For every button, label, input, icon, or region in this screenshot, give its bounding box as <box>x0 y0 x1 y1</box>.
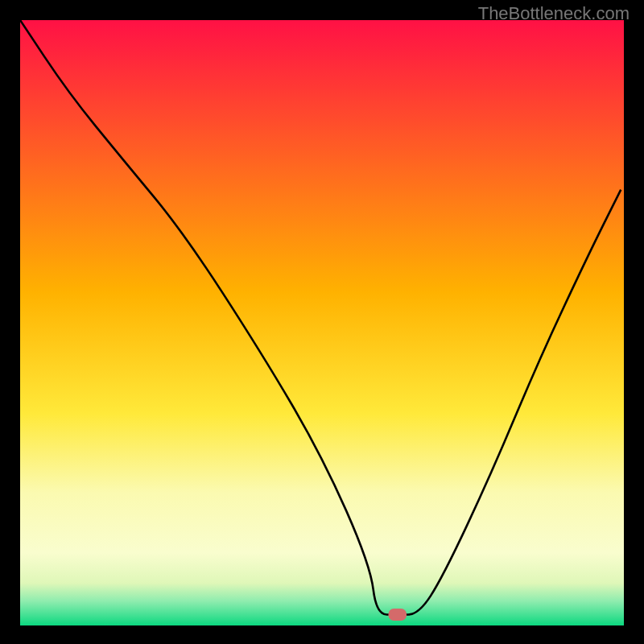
chart-background-gradient <box>20 20 624 625</box>
chart-svg <box>20 20 624 625</box>
current-point-marker <box>389 609 407 621</box>
watermark-text: TheBottleneck.com <box>478 3 630 24</box>
chart-plot-area <box>20 20 624 625</box>
